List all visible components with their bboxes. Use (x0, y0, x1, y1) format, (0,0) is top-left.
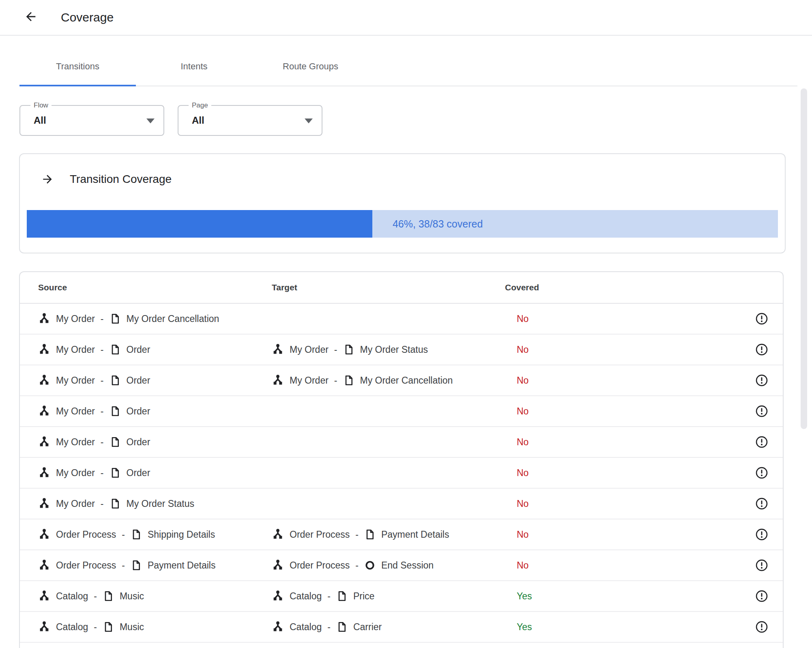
page-icon (364, 529, 376, 540)
page-name: Payment Details (381, 529, 449, 540)
page-icon (131, 529, 142, 540)
flow-icon (38, 374, 50, 386)
tab-transitions[interactable]: Transitions (19, 47, 136, 86)
dropdown-arrow-icon (146, 118, 155, 123)
flow-icon (272, 374, 284, 386)
info-icon[interactable] (755, 590, 768, 603)
page-icon (131, 560, 142, 571)
separator-dash: - (94, 591, 97, 602)
info-icon[interactable] (755, 374, 768, 387)
target-endpoint: Catalog-Carrier (272, 621, 382, 633)
separator-dash: - (334, 344, 337, 355)
coverage-progress-bar: 46%, 38/83 covered (27, 210, 778, 238)
table-row: My Order-OrderNo (20, 458, 783, 489)
target-endpoint: Order Process-End Session (272, 559, 434, 571)
separator-dash: - (355, 560, 359, 571)
page-name: Order (127, 375, 150, 386)
separator-dash: - (101, 437, 104, 448)
info-icon[interactable] (755, 343, 768, 356)
tab-intents[interactable]: Intents (136, 47, 252, 86)
info-icon[interactable] (755, 559, 768, 572)
flow-name: My Order (56, 498, 95, 509)
flow-name: My Order (290, 375, 329, 386)
source-endpoint: My Order-My Order Status (38, 498, 194, 510)
separator-dash: - (94, 622, 97, 633)
info-icon[interactable] (755, 620, 768, 633)
column-header-target: Target (272, 283, 297, 292)
flow-icon (38, 405, 50, 417)
target-endpoint: My Order-My Order Status (272, 343, 428, 356)
tab-bar: Transitions Intents Route Groups (19, 47, 797, 86)
page-icon (336, 621, 348, 633)
scrollbar-thumb[interactable] (801, 88, 807, 429)
info-icon[interactable] (755, 528, 768, 541)
flow-name: Order Process (290, 560, 350, 571)
page-name: My Order Status (127, 498, 194, 509)
flow-name: My Order (56, 437, 95, 448)
covered-status: No (517, 498, 528, 509)
separator-dash: - (101, 498, 104, 509)
info-icon[interactable] (755, 312, 768, 325)
tab-label: Intents (180, 61, 207, 72)
flow-icon (272, 343, 284, 356)
page-name: Carrier (353, 622, 382, 633)
covered-status: No (517, 406, 528, 417)
flow-icon (272, 590, 284, 602)
source-endpoint: My Order-Order (38, 467, 150, 479)
flow-name: My Order (56, 375, 95, 386)
separator-dash: - (101, 406, 104, 417)
info-icon[interactable] (755, 497, 768, 510)
flow-select[interactable]: Flow All (19, 105, 164, 136)
separator-dash: - (334, 375, 337, 386)
filter-row: Flow All Page All (19, 105, 322, 136)
page-select[interactable]: Page All (178, 105, 322, 136)
info-icon[interactable] (755, 466, 768, 479)
flow-icon (38, 621, 50, 633)
table-row: My Order-OrderMy Order-My Order Cancella… (20, 365, 783, 396)
tab-route-groups[interactable]: Route Groups (252, 47, 369, 86)
info-icon[interactable] (755, 436, 768, 448)
covered-status: No (517, 313, 528, 324)
source-endpoint: Order Process-Shipping Details (38, 528, 215, 541)
covered-status: No (517, 375, 528, 386)
separator-dash: - (327, 591, 331, 602)
flow-icon (38, 559, 50, 571)
dropdown-arrow-icon (305, 118, 313, 123)
target-endpoint: Order Process-Payment Details (272, 528, 449, 541)
separator-dash: - (355, 529, 359, 540)
table-row: My Order-OrderNo (20, 427, 783, 458)
source-endpoint: My Order-Order (38, 343, 150, 356)
page-icon (110, 467, 121, 478)
progress-label: 46%, 38/83 covered (393, 218, 483, 230)
table-row: Catalog-MusicCatalog-CarrierYes (20, 612, 783, 643)
page-name: Price (353, 591, 374, 602)
separator-dash: - (101, 468, 104, 478)
page-name: Music (120, 622, 144, 633)
page-icon (110, 344, 121, 355)
page-name: Order (127, 344, 150, 355)
flow-icon (272, 528, 284, 541)
covered-status: No (517, 560, 528, 571)
page-name: Shipping Details (148, 529, 215, 540)
covered-status: No (517, 344, 528, 355)
source-endpoint: Catalog-Music (38, 590, 144, 602)
flow-name: My Order (290, 344, 329, 355)
table-row: Catalog-ConfirmationOrder ProcessNo (20, 643, 783, 648)
flow-select-value: All (34, 115, 46, 126)
page-title: Coverage (61, 0, 114, 35)
target-endpoint: Catalog-Price (272, 590, 374, 602)
coverage-card-title: Transition Coverage (70, 173, 172, 186)
flow-icon (38, 467, 50, 479)
flow-icon (38, 590, 50, 602)
flow-name: My Order (56, 313, 95, 324)
info-icon[interactable] (755, 405, 768, 418)
flow-icon (272, 559, 284, 571)
separator-dash: - (101, 313, 104, 324)
flow-name: Order Process (56, 560, 116, 571)
flow-name: Order Process (56, 529, 116, 540)
back-button[interactable] (23, 10, 39, 25)
coverage-table: Source Target Covered My Order-My Order … (19, 271, 784, 648)
flow-icon (38, 528, 50, 541)
source-endpoint: My Order-Order (38, 374, 150, 386)
separator-dash: - (327, 622, 331, 633)
